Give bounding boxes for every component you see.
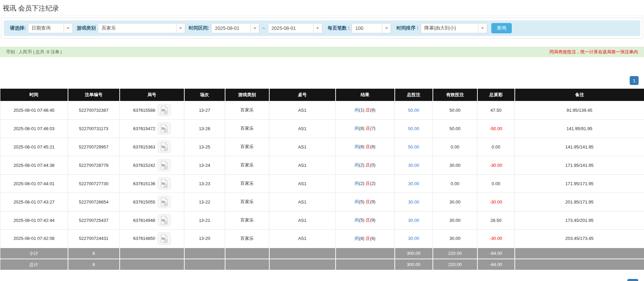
- bet-id-cell: 522700724431: [68, 229, 120, 248]
- valid-bet-cell: 30.00: [433, 211, 477, 229]
- session-cell: 13-25: [184, 138, 225, 156]
- page-1-button-bottom[interactable]: 1: [627, 279, 638, 281]
- game-category-select[interactable]: 百家乐: [98, 23, 185, 33]
- page: 视讯 会员下注纪录 请选择: 日期查询 游戏类别 百家乐 时间区间: 2025-…: [0, 0, 644, 281]
- col-table-no: 桌号: [269, 89, 336, 101]
- total-row-result-empty: [336, 259, 395, 270]
- query-type-label: 请选择:: [10, 25, 26, 31]
- chevron-down-icon: [250, 23, 259, 33]
- total-bet-cell: 50.00: [395, 138, 433, 156]
- banker-result: 庄: [366, 181, 370, 186]
- round-id-cell: 637614948: [120, 211, 184, 229]
- total-bet-link[interactable]: 50.00: [408, 126, 419, 131]
- date-range-label: 时间区间:: [189, 25, 209, 31]
- bet-id-cell: 522700726654: [68, 193, 120, 211]
- video-replay-button[interactable]: [158, 177, 171, 190]
- session-cell: 13-21: [184, 211, 225, 229]
- result-cell: 闲(8) 庄(8): [336, 138, 395, 156]
- table-no-cell: AS1: [269, 119, 336, 138]
- total-bet-link[interactable]: 30.00: [408, 163, 419, 168]
- video-replay-icon: [160, 197, 168, 206]
- per-page-select[interactable]: 100: [352, 23, 391, 33]
- table-no-cell: AS1: [269, 101, 336, 119]
- round-id: 637615363: [133, 144, 155, 150]
- search-button[interactable]: 查询: [491, 23, 512, 33]
- subtotal-row-total-bet: 300.00: [395, 248, 433, 259]
- total-bet-cell: 50.00: [395, 101, 433, 119]
- table-row: 2025-08-01 07:46:45522700732387637615588…: [0, 101, 644, 119]
- player-score: (1): [359, 107, 366, 112]
- video-replay-button[interactable]: [158, 122, 171, 135]
- round-id: 637615055: [133, 199, 155, 205]
- video-replay-icon: [160, 106, 168, 115]
- player-score: (5): [359, 217, 366, 223]
- total-row: 总计8300.00220.00-64.00: [0, 259, 644, 270]
- table-no-cell: AS1: [269, 211, 336, 229]
- total-bet-link[interactable]: 50.00: [408, 144, 419, 150]
- total-bet-link[interactable]: 50.00: [408, 108, 419, 113]
- sort-select[interactable]: 降幂(由大到小): [421, 23, 487, 33]
- date-to-select[interactable]: 2025-08-01: [268, 23, 322, 33]
- round-id: 637615472: [133, 126, 155, 131]
- round-id-cell: 637614850: [120, 229, 184, 248]
- banker-score: (9): [370, 199, 375, 204]
- round-id: 637615242: [133, 163, 155, 168]
- valid-bet-cell: 0.00: [433, 174, 477, 193]
- session-cell: 13-23: [184, 174, 225, 193]
- total-bet-link[interactable]: 30.00: [408, 199, 419, 205]
- valid-bet-cell: 30.00: [433, 193, 477, 211]
- player-result: 闲: [355, 107, 359, 112]
- subtotal-row-game-empty: [225, 248, 269, 259]
- video-replay-button[interactable]: [158, 141, 171, 153]
- subtotal-row-valid-bet: 220.00: [433, 248, 477, 259]
- bet-id-cell: 522700729957: [68, 138, 120, 156]
- result-cell: 闲(2) 庄(2): [336, 174, 395, 193]
- result-cell: 闲(2) 庄(0): [336, 156, 395, 174]
- bet-time-cell: 2025-08-01 07:42:44: [0, 211, 68, 229]
- video-replay-icon: [160, 161, 168, 170]
- video-replay-icon: [160, 234, 168, 243]
- col-total-bet: 总投注: [395, 89, 433, 101]
- bet-id-cell: 522700727730: [68, 174, 120, 193]
- session-cell: 13-26: [184, 119, 225, 138]
- valid-bet-notice: 同局有效投注，统一计算在该局第一张注单内: [549, 49, 638, 55]
- col-round-id: 局号: [120, 89, 184, 101]
- table-row: 2025-08-01 07:44:38522700728778637615242…: [0, 156, 644, 174]
- game-category-cell: 百家乐: [225, 156, 269, 174]
- sort-label: 时间排序 :: [396, 25, 419, 31]
- player-score: (2): [359, 181, 366, 186]
- query-type-select[interactable]: 日期查询: [28, 23, 73, 33]
- subtotal-row-label: 小计: [0, 248, 68, 259]
- total-bet-link[interactable]: 30.00: [408, 218, 419, 223]
- session-cell: 13-20: [184, 229, 225, 248]
- date-from-select[interactable]: 2025-08-01: [211, 23, 259, 33]
- video-replay-button[interactable]: [158, 159, 171, 171]
- total-bet-cell: 30.00: [395, 174, 433, 193]
- video-replay-button[interactable]: [158, 214, 171, 226]
- total-row-count: 8: [68, 259, 120, 270]
- sort-value: 降幂(由大到小): [421, 25, 478, 31]
- col-valid-bet: 有效投注: [433, 89, 477, 101]
- remark-cell: 141.95/91.95: [515, 119, 644, 138]
- payout-cell: -30.00: [477, 193, 515, 211]
- player-result: 闲: [355, 199, 359, 204]
- video-replay-icon: [160, 142, 168, 151]
- remark-cell: 201.95/171.95: [515, 193, 644, 211]
- col-payout: 总派彩: [477, 89, 515, 101]
- video-replay-icon: [160, 124, 168, 133]
- chevron-down-icon: [313, 23, 322, 33]
- per-page-label: 每页笔数 :: [328, 25, 350, 31]
- col-game-category: 游戏类别: [225, 89, 269, 101]
- video-replay-button[interactable]: [158, 104, 171, 116]
- page-1-button[interactable]: 1: [630, 76, 639, 85]
- total-bet-link[interactable]: 30.00: [408, 181, 419, 186]
- bet-table-body: 2025-08-01 07:46:45522700732387637615588…: [0, 101, 644, 270]
- total-bet-link[interactable]: 30.00: [408, 236, 419, 241]
- payout-cell: -30.00: [477, 229, 515, 248]
- round-id-cell: 637615055: [120, 193, 184, 211]
- valid-bet-cell: 30.00: [433, 156, 477, 174]
- video-replay-button[interactable]: [158, 232, 171, 245]
- round-id: 637614850: [133, 236, 155, 241]
- video-replay-button[interactable]: [158, 196, 171, 208]
- payout-cell: 0.00: [477, 174, 515, 193]
